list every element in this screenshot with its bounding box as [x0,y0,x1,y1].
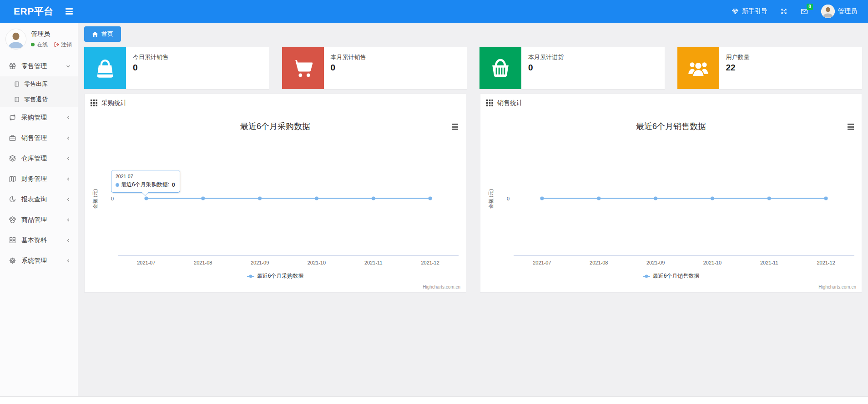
x-axis-label: 2021-11 [760,260,778,265]
sidebar-item-label: 报表查询 [21,195,47,204]
online-status-label: 在线 [37,41,48,49]
chart-panels-row: 采购统计 最近6个月采购数据 金额 (元) 0 2021-072021-0820… [84,94,862,293]
series-legend[interactable]: 最近6个月销售数据 [480,272,862,280]
online-status-dot [31,43,35,46]
data-point-marker[interactable] [372,197,375,200]
tab-strip: 首页 [78,23,868,43]
stat-card-today-sales: 今日累计销售 0 [84,47,269,89]
footer [0,396,868,404]
plot-area[interactable]: 0 [514,141,854,256]
data-point-marker[interactable] [429,197,432,200]
guide-link[interactable]: 新手引导 [732,7,767,15]
data-point-marker[interactable] [767,197,771,200]
sidebar-subitem-retail-outbound[interactable]: 零售出库 [0,76,78,92]
user-menu[interactable]: 管理员 [821,5,857,18]
tooltip-value: 0 [172,182,175,188]
plot-area[interactable]: 0 [118,141,459,256]
x-axis-label: 2021-09 [251,260,269,265]
sidebar-item-label: 系统管理 [21,257,47,265]
sidebar-item-sales-mgmt[interactable]: 销售管理 [0,128,78,148]
messages-button[interactable]: 0 [800,8,808,15]
x-axis-label: 2021-07 [533,260,551,265]
panel-purchase-stats: 采购统计 最近6个月采购数据 金额 (元) 0 2021-072021-0820… [84,94,466,293]
stat-card-value: 0 [133,63,168,73]
stat-card-title: 今日累计销售 [133,53,168,61]
stat-cards-row: 今日累计销售 0 本月累计销售 0 本月累计进货 0 [84,47,862,89]
tab-home[interactable]: 首页 [84,26,121,42]
legend-marker [643,274,650,279]
fullscreen-button[interactable] [780,8,787,15]
highcharts-credit[interactable]: Highcharts.com.cn [423,284,460,289]
panel-sales-stats: 销售统计 最近6个月销售数据 金额 (元) 0 2021-072021-0820… [480,94,862,293]
user-name: 管理员 [838,7,857,15]
logout-button[interactable]: 注销 [54,41,72,49]
data-point-marker[interactable] [540,197,544,200]
sidebar-item-basic-data[interactable]: 基本资料 [0,230,78,250]
data-point-marker[interactable] [654,197,657,200]
sidebar-item-warehouse-mgmt[interactable]: 仓库管理 [0,148,78,169]
stat-card-value: 22 [726,63,750,73]
sidebar-item-goods-mgmt[interactable]: 商品管理 [0,209,78,230]
legend-label: 最近6个月销售数据 [653,272,700,280]
chart-tooltip: 2021-07 最近6个月采购数据: 0 [111,170,180,193]
chevron-down-icon [66,64,71,69]
data-point-marker[interactable] [258,197,262,200]
sidebar-user-name: 管理员 [31,30,72,38]
sidebar-user-panel: 管理员 在线 注销 [0,23,78,55]
sidebar-menu: 零售管理 零售出库 零售退货 采购管理 [0,56,78,271]
sidebar-subitem-label: 零售出库 [24,80,48,88]
chart-context-menu-button[interactable] [450,122,459,131]
y-axis-tick: 0 [507,196,510,201]
layers-icon [9,155,16,162]
sidebar: 管理员 在线 注销 零售管理 [0,23,78,396]
chart-title: 最近6个月销售数据 [480,121,862,132]
mail-count-badge: 0 [807,4,813,10]
stat-card-title: 本月累计销售 [331,53,366,61]
series-legend[interactable]: 最近6个月采购数据 [85,272,466,280]
data-point-marker[interactable] [201,197,205,200]
file-icon [14,96,20,103]
sidebar-item-purchase-mgmt[interactable]: 采购管理 [0,107,78,128]
data-point-marker[interactable] [144,197,148,200]
chevron-left-icon [66,115,71,120]
sidebar-item-label: 仓库管理 [21,155,47,163]
top-navbar: ERP平台 新手引导 0 管理员 [0,0,868,23]
x-axis-label: 2021-11 [364,260,383,265]
data-point-marker[interactable] [711,197,714,200]
line-series [514,141,854,255]
chevron-left-icon [66,136,71,140]
data-point-marker[interactable] [597,197,601,200]
tooltip-series-label: 最近6个月采购数据: [121,181,169,189]
gift-icon [9,62,16,70]
sidebar-subitem-retail-return[interactable]: 零售退货 [0,92,78,107]
stat-card-month-purchase: 本月累计进货 0 [479,47,665,89]
shopping-cart-icon [282,47,324,89]
sidebar-item-label: 采购管理 [21,114,47,122]
sales-chart: 最近6个月销售数据 金额 (元) 0 2021-072021-082021-09… [480,112,862,292]
sidebar-item-finance-mgmt[interactable]: 财务管理 [0,169,78,189]
sidebar-item-retail-mgmt[interactable]: 零售管理 [0,56,78,76]
pie-chart-icon [9,195,16,203]
box-icon [9,216,16,224]
sidebar-item-label: 商品管理 [21,216,47,224]
data-point-marker[interactable] [315,197,318,200]
gear-icon [9,257,16,264]
chart-context-menu-button[interactable] [846,122,855,131]
sidebar-item-system-mgmt[interactable]: 系统管理 [0,250,78,271]
line-series [118,141,459,255]
th-grid-icon [91,100,97,106]
highcharts-credit[interactable]: Highcharts.com.cn [818,284,856,289]
x-axis-labels: 2021-072021-082021-092021-102021-112021-… [514,260,854,266]
data-point-marker[interactable] [824,197,828,200]
x-axis-label: 2021-08 [194,260,212,265]
logout-label: 注销 [61,41,72,49]
app-logo: ERP平台 [14,5,54,18]
tooltip-series-dot [116,183,119,187]
shopping-basket-icon [479,47,521,89]
sidebar-item-report-query[interactable]: 报表查询 [0,189,78,209]
sidebar-toggle-button[interactable] [66,8,73,15]
x-axis-label: 2021-09 [646,260,665,265]
tooltip-header: 2021-07 [116,174,176,179]
file-icon [14,81,20,87]
stat-card-title: 本月累计进货 [528,53,564,61]
